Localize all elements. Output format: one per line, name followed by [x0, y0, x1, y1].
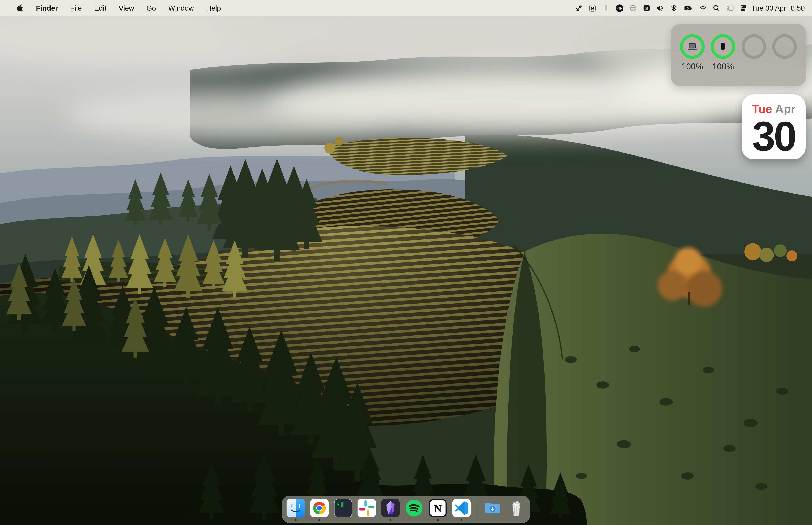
spotlight-icon[interactable] [712, 4, 721, 13]
volume-icon[interactable] [656, 4, 664, 13]
s-app-icon[interactable]: S [642, 4, 651, 13]
dock-downloads[interactable] [484, 499, 502, 518]
app-menus: Finder File Edit View Go Window Help [36, 4, 221, 12]
calendar-widget[interactable]: TueApr 30 [742, 94, 806, 160]
running-indicator [437, 519, 439, 521]
svg-text:S: S [645, 6, 648, 11]
running-indicator [461, 519, 462, 521]
notion-status-icon[interactable]: N [588, 4, 597, 13]
trash-full-icon [507, 499, 526, 518]
dock-finder[interactable] [287, 499, 305, 518]
dock-terminal[interactable]: $ [334, 499, 352, 518]
dock-spotify[interactable] [405, 499, 424, 518]
battery-widget[interactable]: 100% 100% [671, 24, 806, 86]
battery-slot-mouse: 100% [709, 34, 736, 86]
chrome-icon [310, 499, 329, 518]
running-indicator [389, 519, 392, 521]
status-icons: N S [574, 4, 748, 13]
stage-manager-icon[interactable] [725, 4, 734, 13]
audio-waveform-icon[interactable] [615, 4, 624, 13]
battery-ring-empty [772, 34, 797, 59]
svg-text:N: N [591, 6, 594, 11]
sketch-app-icon[interactable] [574, 4, 583, 13]
dock-trash[interactable] [507, 499, 526, 518]
battery-ring-mouse [711, 34, 735, 59]
clock-time: 8:50 [791, 4, 805, 12]
battery-ring-laptop [680, 34, 705, 59]
desktop: Finder File Edit View Go Window Help N [0, 0, 812, 525]
dock-chrome[interactable] [310, 499, 329, 518]
mouse-battery-icon[interactable] [602, 4, 611, 13]
menu-finder[interactable]: Finder [36, 4, 58, 12]
dock-slack[interactable] [357, 499, 376, 518]
running-indicator [319, 519, 320, 521]
menu-help[interactable]: Help [206, 4, 221, 12]
dock-obsidian[interactable] [381, 499, 400, 518]
spotify-icon [405, 499, 424, 518]
menu-bar: Finder File Edit View Go Window Help N [0, 0, 812, 16]
menu-clock[interactable]: Tue 30 Apr 8:50 [751, 4, 805, 12]
battery-icon[interactable] [683, 4, 694, 13]
running-indicator [295, 519, 297, 521]
control-center-icon[interactable] [739, 4, 748, 13]
slack-icon [357, 499, 376, 518]
battery-slot-empty-1 [740, 34, 767, 86]
globe-icon[interactable] [629, 4, 638, 13]
svg-text:N: N [434, 502, 442, 514]
vscode-icon [452, 499, 471, 518]
finder-icon [287, 499, 305, 518]
battery-ring-empty [741, 34, 766, 59]
terminal-icon: $ [334, 499, 352, 518]
wifi-icon[interactable] [699, 4, 707, 13]
battery-percent-mouse: 100% [712, 62, 734, 71]
obsidian-icon [381, 499, 400, 518]
battery-slot-laptop: 100% [679, 34, 706, 86]
bluetooth-icon[interactable] [669, 4, 678, 13]
dock: $ [282, 496, 530, 523]
notion-icon: N [429, 499, 447, 518]
menu-view[interactable]: View [119, 4, 134, 12]
svg-text:$: $ [336, 501, 340, 508]
dock-divider [477, 501, 477, 521]
laptop-icon [686, 40, 699, 53]
menu-edit[interactable]: Edit [94, 4, 107, 12]
menu-window[interactable]: Window [168, 4, 194, 12]
menu-file[interactable]: File [70, 4, 82, 12]
downloads-folder-icon [484, 499, 502, 518]
dock-notion[interactable]: N [429, 499, 447, 518]
mouse-icon [716, 40, 730, 53]
dock-vscode[interactable] [452, 499, 471, 518]
menu-go[interactable]: Go [146, 4, 156, 12]
calendar-day: 30 [742, 116, 806, 157]
battery-percent-laptop: 100% [681, 62, 703, 71]
apple-menu-icon[interactable] [15, 4, 25, 13]
clock-date: Tue 30 Apr [751, 4, 786, 12]
battery-slot-empty-2 [771, 34, 798, 86]
